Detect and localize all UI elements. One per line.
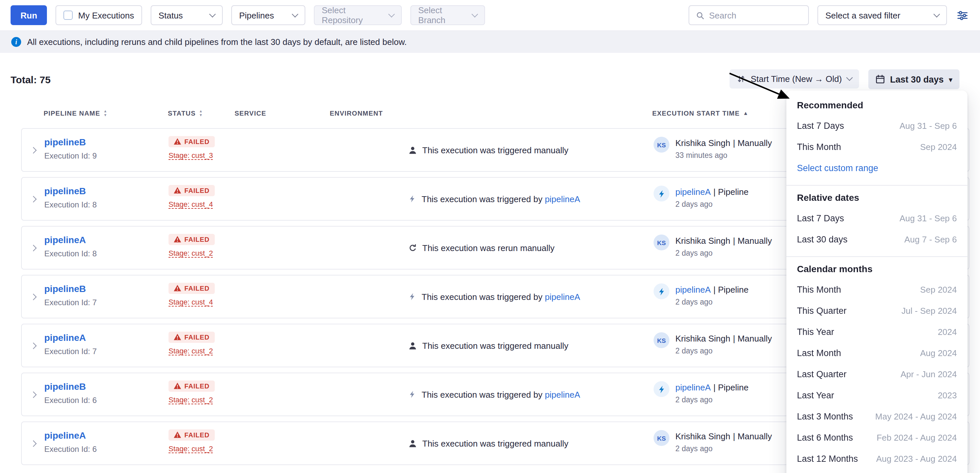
sort-both-icon[interactable]: ▲▼ [103, 110, 107, 117]
status-filter-select[interactable]: Status [151, 5, 223, 25]
date-option-last-year[interactable]: Last Year2023 [797, 384, 957, 406]
failed-stage-link[interactable]: Stage: cust_3 [169, 151, 213, 160]
trigger-text: This execution was rerun manually [422, 243, 554, 253]
sort-ascending-icon[interactable]: ▲ [743, 111, 749, 116]
pipeline-cell: pipelineA Execution Id: 7 [44, 332, 97, 356]
execution-id: Execution Id: 7 [44, 347, 97, 356]
expand-row-icon[interactable] [30, 343, 37, 349]
saved-filter-select[interactable]: Select a saved filter [818, 5, 947, 25]
date-option-this-quarter[interactable]: This QuarterJul - Sep 2024 [797, 300, 957, 321]
status-badge: FAILED [169, 380, 215, 391]
date-option-label: Last 3 Months [797, 411, 853, 421]
warning-icon [174, 333, 181, 340]
pipeline-name-link[interactable]: pipelineA [44, 332, 86, 343]
pipeline-name-link[interactable]: pipelineB [44, 283, 86, 294]
expand-row-icon[interactable] [30, 391, 37, 398]
info-icon: i [11, 37, 21, 47]
date-option-last-quarter[interactable]: Last QuarterApr - Jun 2024 [797, 363, 957, 384]
status-label: FAILED [185, 333, 210, 341]
trigger-mode: | Pipeline [713, 187, 749, 197]
column-status[interactable]: STATUS ▲▼ [168, 110, 203, 117]
trigger-type-icon [408, 293, 416, 301]
expand-row-icon[interactable] [30, 196, 37, 203]
date-option-range: Aug 7 - Sep 6 [904, 234, 957, 244]
date-option-label: Select custom range [797, 163, 878, 173]
date-option-this-year[interactable]: This Year2024 [797, 321, 957, 342]
date-option-last-month[interactable]: Last MonthAug 2024 [797, 342, 957, 363]
repository-filter-select[interactable]: Select Repository [314, 5, 402, 25]
pipeline-name-link[interactable]: pipelineA [44, 430, 86, 441]
warning-icon [174, 187, 181, 194]
status-cell: FAILED Stage: cust_4 [169, 184, 215, 210]
expand-row-icon[interactable] [30, 147, 37, 154]
repository-filter-label: Select Repository [322, 5, 384, 25]
failed-stage-link[interactable]: Stage: cust_2 [169, 444, 213, 453]
run-button[interactable]: Run [11, 5, 47, 25]
date-option-last-7-days[interactable]: Last 7 DaysAug 31 - Sep 6 [797, 115, 957, 136]
date-option-last-6-months[interactable]: Last 6 MonthsFeb 2024 - Aug 2024 [797, 427, 957, 448]
starter-name[interactable]: pipelineA [675, 383, 711, 392]
date-option-label: Last Year [797, 390, 834, 400]
date-section-title: Recommended [797, 100, 957, 110]
execution-id: Execution Id: 6 [44, 396, 97, 405]
chevron-down-icon [471, 11, 478, 17]
failed-stage-link[interactable]: Stage: cust_2 [169, 249, 213, 258]
starter-name: Krishika Singh [675, 138, 730, 148]
column-pipeline-name[interactable]: PIPELINE NAME ▲▼ [44, 110, 107, 117]
pipeline-name-link[interactable]: pipelineB [44, 381, 86, 392]
sort-icon [737, 75, 745, 83]
trigger-pipeline-link[interactable]: pipelineA [545, 292, 580, 302]
execution-id: Execution Id: 8 [44, 200, 97, 210]
search-input[interactable] [709, 10, 802, 20]
filter-settings-button[interactable] [956, 8, 969, 22]
date-option-range: 2024 [938, 327, 957, 336]
trigger-cell: This execution was triggered by pipeline… [408, 276, 580, 318]
avatar: KS [654, 235, 670, 250]
trigger-pipeline-link[interactable]: pipelineA [545, 194, 580, 204]
expand-row-icon[interactable] [30, 294, 37, 300]
expand-row-icon[interactable] [30, 440, 37, 447]
date-option-last-3-months[interactable]: Last 3 MonthsMay 2024 - Aug 2024 [797, 406, 957, 427]
failed-stage-link[interactable]: Stage: cust_4 [169, 298, 213, 306]
pipelines-filter-select[interactable]: Pipelines [231, 5, 305, 25]
expand-row-icon[interactable] [30, 245, 37, 251]
status-label: FAILED [185, 235, 210, 243]
checkbox-icon[interactable] [64, 11, 73, 20]
status-label: FAILED [185, 138, 210, 145]
my-executions-checkbox-group[interactable]: My Executions [56, 5, 142, 25]
execution-time: 2 days ago [675, 298, 749, 306]
sort-both-icon[interactable]: ▲▼ [199, 110, 203, 117]
date-option-this-month[interactable]: This MonthSep 2024 [797, 279, 957, 300]
panel-divider [786, 256, 967, 257]
start-time-cell: pipelineA| Pipeline 2 days ago [654, 283, 749, 306]
trigger-mode: | Manually [733, 333, 772, 343]
date-option-this-month[interactable]: This MonthSep 2024 [797, 136, 957, 157]
date-range-select[interactable]: Last 30 days ▾ [868, 69, 959, 89]
pipeline-cell: pipelineA Execution Id: 6 [44, 429, 97, 454]
date-option-last-12-months[interactable]: Last 12 MonthsAug 2023 - Aug 2024 [797, 448, 957, 469]
date-option-last-30-days[interactable]: Last 30 daysAug 7 - Sep 6 [797, 229, 957, 250]
date-option-select-custom-range[interactable]: Select custom range [797, 157, 957, 178]
pipeline-name-link[interactable]: pipelineB [44, 186, 86, 196]
date-option-range: Aug 31 - Sep 6 [900, 121, 957, 130]
branch-filter-select[interactable]: Select Branch [410, 5, 485, 25]
date-option-last-7-days[interactable]: Last 7 DaysAug 31 - Sep 6 [797, 208, 957, 229]
starter-name[interactable]: pipelineA [675, 285, 711, 295]
failed-stage-link[interactable]: Stage: cust_4 [169, 200, 213, 209]
trigger-pipeline-link[interactable]: pipelineA [545, 389, 580, 399]
sort-order-label: Start Time (New → Old) [751, 74, 842, 84]
trigger-cell: This execution was triggered manually [408, 129, 568, 171]
column-environment: ENVIRONMENT [330, 110, 383, 117]
pipeline-name-link[interactable]: pipelineA [44, 235, 86, 245]
column-execution-start-time[interactable]: EXECUTION START TIME ▲ [652, 110, 749, 117]
search-box[interactable] [689, 5, 809, 25]
failed-stage-link[interactable]: Stage: cust_2 [169, 396, 213, 404]
failed-stage-link[interactable]: Stage: cust_2 [169, 347, 213, 356]
date-option-label: This Month [797, 142, 841, 152]
pipeline-name-link[interactable]: pipelineB [44, 137, 86, 147]
execution-time: 2 days ago [675, 200, 749, 208]
date-option-range: Apr - Jun 2024 [900, 369, 957, 379]
date-option-label: This Quarter [797, 306, 846, 316]
starter-name[interactable]: pipelineA [675, 187, 711, 197]
sort-order-select[interactable]: Start Time (New → Old) [730, 69, 859, 89]
